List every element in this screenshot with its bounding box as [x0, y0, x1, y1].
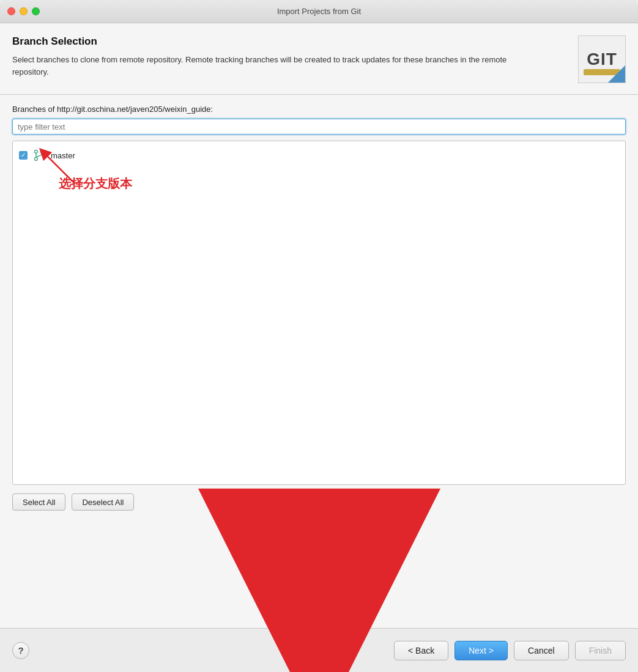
big-arrow-area	[12, 518, 626, 628]
annotation-text: 选择分支版本	[59, 175, 132, 192]
help-button[interactable]: ?	[12, 642, 29, 659]
small-annotation: 选择分支版本	[13, 164, 625, 207]
footer: ? < Back Next > Cancel Finish	[0, 628, 638, 672]
header-text: Branch Selection Select branches to clon…	[12, 35, 568, 78]
page-title: Branch Selection	[12, 35, 568, 48]
traffic-lights	[7, 7, 40, 15]
svg-point-2	[35, 158, 38, 161]
back-button[interactable]: < Back	[394, 641, 448, 660]
title-bar: Import Projects from Git	[0, 0, 638, 23]
deselect-all-button[interactable]: Deselect All	[72, 493, 134, 511]
finish-button: Finish	[575, 641, 626, 660]
checkmark-icon: ✓	[21, 152, 26, 158]
branches-label: Branches of http://git.oschina.net/javen…	[12, 105, 626, 114]
filter-input[interactable]	[12, 119, 626, 135]
window-title: Import Projects from Git	[277, 7, 361, 16]
main-content: ✓ master	[12, 141, 626, 628]
action-buttons: Select All Deselect All	[12, 485, 626, 518]
branch-checkbox[interactable]: ✓	[19, 151, 28, 160]
svg-point-0	[35, 150, 38, 153]
branch-name: master	[51, 151, 75, 160]
header-section: Branch Selection Select branches to clon…	[12, 35, 626, 83]
window: Import Projects from Git Branch Selectio…	[0, 0, 638, 672]
branch-icon	[32, 149, 46, 162]
minimize-button[interactable]	[20, 7, 28, 15]
next-button[interactable]: Next >	[454, 641, 508, 660]
separator	[0, 94, 638, 95]
big-arrow-svg	[270, 518, 368, 625]
cancel-button[interactable]: Cancel	[514, 641, 569, 660]
list-item[interactable]: ✓ master	[13, 146, 625, 164]
page-description: Select branches to clone from remote rep…	[12, 54, 532, 78]
close-button[interactable]	[7, 7, 15, 15]
footer-buttons: < Back Next > Cancel Finish	[394, 641, 626, 660]
branch-list: ✓ master	[12, 141, 626, 485]
filter-input-wrap	[12, 119, 626, 135]
maximize-button[interactable]	[32, 7, 40, 15]
git-logo-corner	[608, 65, 625, 83]
footer-left: ?	[12, 642, 29, 659]
git-logo: GIT	[578, 35, 626, 83]
select-all-button[interactable]: Select All	[12, 493, 65, 511]
svg-point-1	[41, 150, 44, 153]
content-area: Branch Selection Select branches to clon…	[0, 23, 638, 628]
